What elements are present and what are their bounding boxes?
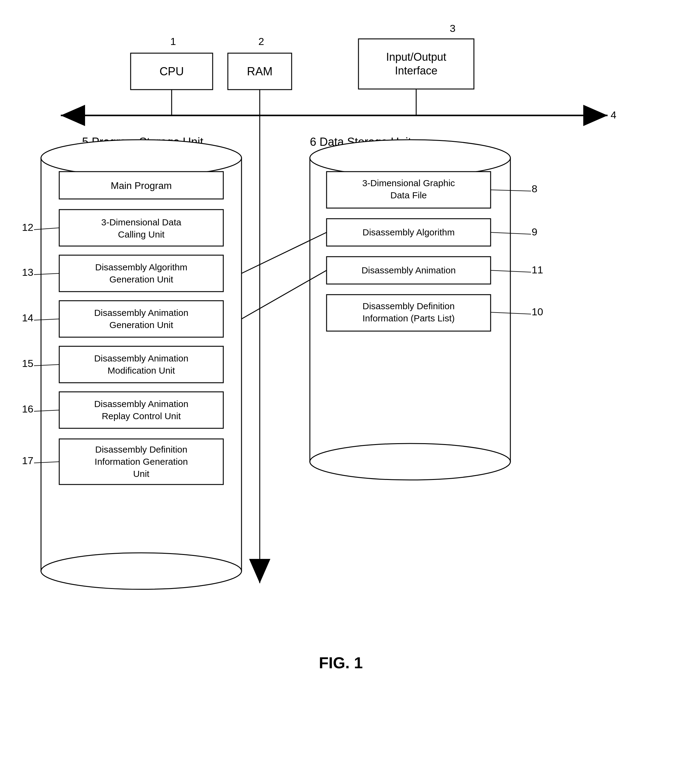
svg-text:17: 17 <box>22 455 33 466</box>
svg-text:3: 3 <box>450 22 456 34</box>
svg-text:Information Generation: Information Generation <box>95 457 188 467</box>
svg-point-58 <box>310 140 510 176</box>
svg-point-22 <box>41 140 242 176</box>
svg-text:Disassembly Animation: Disassembly Animation <box>362 265 456 275</box>
svg-text:8: 8 <box>532 183 537 194</box>
svg-text:Disassembly Algorithm: Disassembly Algorithm <box>95 262 187 272</box>
svg-text:Replay Control Unit: Replay Control Unit <box>102 411 181 421</box>
svg-rect-31 <box>59 255 223 292</box>
svg-rect-41 <box>59 346 223 383</box>
svg-text:9: 9 <box>532 226 537 237</box>
svg-rect-4 <box>359 39 474 89</box>
svg-text:11: 11 <box>532 264 543 276</box>
svg-text:Disassembly Definition: Disassembly Definition <box>362 301 454 311</box>
svg-text:10: 10 <box>532 306 543 317</box>
svg-text:2: 2 <box>258 35 264 47</box>
svg-text:15: 15 <box>22 357 33 369</box>
svg-text:Main Program: Main Program <box>111 180 172 191</box>
svg-point-59 <box>310 443 510 480</box>
svg-text:Disassembly Animation: Disassembly Animation <box>94 308 188 318</box>
svg-text:Data File: Data File <box>390 190 427 200</box>
svg-text:3-Dimensional Graphic: 3-Dimensional Graphic <box>362 178 455 188</box>
svg-text:Information (Parts List): Information (Parts List) <box>362 313 454 323</box>
svg-text:Unit: Unit <box>133 469 150 479</box>
svg-rect-26 <box>59 210 223 246</box>
svg-rect-36 <box>59 301 223 337</box>
svg-marker-18 <box>249 559 270 583</box>
diagram-svg: CPU RAM Input/Output Interface 1 2 3 4 <box>0 0 682 784</box>
svg-text:CPU: CPU <box>159 65 184 78</box>
svg-rect-73 <box>327 295 491 331</box>
svg-text:Generation Unit: Generation Unit <box>109 274 174 284</box>
svg-text:Disassembly Algorithm: Disassembly Algorithm <box>362 227 454 237</box>
svg-text:Disassembly Animation: Disassembly Animation <box>94 353 188 363</box>
diagram: CPU RAM Input/Output Interface 1 2 3 4 <box>0 0 682 784</box>
svg-text:Interface: Interface <box>395 64 437 77</box>
svg-text:12: 12 <box>22 221 33 233</box>
svg-text:Disassembly Animation: Disassembly Animation <box>94 399 188 409</box>
svg-text:Input/Output: Input/Output <box>386 51 446 63</box>
svg-text:FIG. 1: FIG. 1 <box>319 654 363 672</box>
svg-point-23 <box>41 553 242 589</box>
svg-text:Calling Unit: Calling Unit <box>118 229 165 239</box>
svg-text:13: 13 <box>22 266 33 278</box>
svg-text:4: 4 <box>610 109 617 121</box>
svg-text:1: 1 <box>170 35 176 47</box>
svg-text:Disassembly Definition: Disassembly Definition <box>95 445 187 454</box>
svg-text:16: 16 <box>22 403 33 414</box>
svg-marker-15 <box>583 105 607 126</box>
svg-text:RAM: RAM <box>247 65 272 78</box>
svg-text:Generation Unit: Generation Unit <box>109 320 174 330</box>
svg-text:Modification Unit: Modification Unit <box>108 365 175 376</box>
svg-text:14: 14 <box>22 312 33 323</box>
svg-text:3-Dimensional Data: 3-Dimensional Data <box>101 217 182 227</box>
svg-rect-46 <box>59 392 223 428</box>
svg-marker-14 <box>61 105 85 126</box>
svg-rect-60 <box>327 172 491 208</box>
